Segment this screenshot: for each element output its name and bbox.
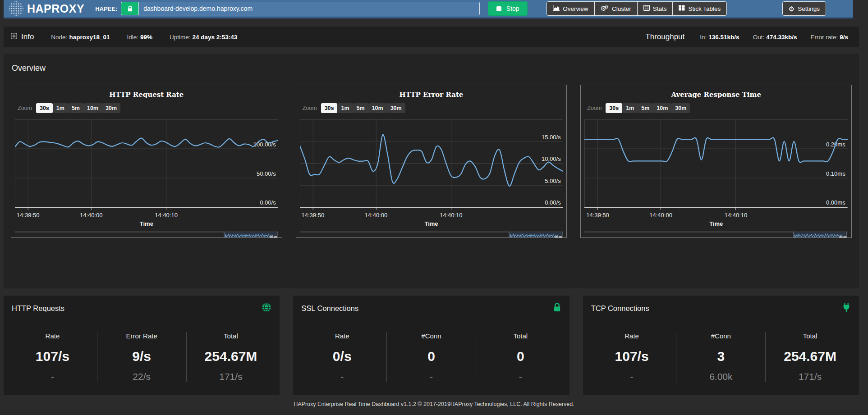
node-info: Node:haproxy18_01 — [51, 34, 110, 41]
metric-label: #Conn — [387, 332, 476, 340]
metric-column: Total0- — [476, 332, 565, 382]
metric-value: 254.67M — [187, 349, 276, 364]
throughput-title: Throughput — [645, 32, 684, 41]
navigator-svg[interactable]: 14:1014:2014:30 — [584, 232, 848, 238]
metric-subvalue: - — [387, 371, 476, 382]
x-axis-tick-label: 14:40:10 — [725, 212, 748, 219]
zoom-option-5m[interactable]: 5m — [638, 103, 653, 113]
zoom-option-10m[interactable]: 10m — [653, 103, 671, 113]
navigator-handle[interactable] — [559, 237, 562, 238]
zoom-option-30m[interactable]: 30m — [387, 103, 405, 113]
card-body: Rate107/s-Error Rate9/s22/sTotal254.67M1… — [4, 321, 280, 395]
zoom-label: Zoom — [587, 105, 602, 111]
view-button-group: Overview ⚙⚙ Cluster Stats Stick Tables — [547, 1, 727, 16]
metric-column: #Conn0- — [386, 332, 476, 382]
stop-button[interactable]: Stop — [488, 1, 528, 16]
metric-subvalue: 22/s — [97, 371, 186, 382]
x-axis-title: Time — [15, 220, 278, 227]
y-axis-label: 15.00/s — [542, 134, 561, 141]
zoom-controls: Zoom 30s1m5m10m30m — [18, 103, 278, 113]
card-title: TCP Connections — [591, 304, 649, 313]
stats-button[interactable]: Stats — [637, 1, 673, 16]
series-line — [15, 138, 278, 147]
y-axis-label: 0.00/s — [260, 199, 276, 206]
zoom-option-1m[interactable]: 1m — [622, 103, 638, 113]
card-header: HTTP Requests — [4, 296, 280, 321]
lock-icon — [121, 2, 138, 15]
metric-label: Rate — [588, 332, 676, 340]
x-axis-ticks: 14:39:5014:40:0014:40:10 — [300, 212, 563, 219]
navigator[interactable]: 14:1014:2014:30 — [584, 232, 848, 238]
navigator-svg[interactable]: 14:1014:2014:30 — [300, 232, 563, 238]
y-axis-label: 50.00/s — [257, 170, 276, 177]
x-axis-tick-label: 14:40:10 — [155, 212, 178, 219]
x-axis-tick-label: 14:40:10 — [440, 212, 463, 219]
zoom-option-30s[interactable]: 30s — [321, 103, 338, 113]
metric-card: HTTP Requests Rate107/s-Error Rate9/s22/… — [4, 296, 280, 395]
navigator-svg[interactable]: 14:1014:2014:30 — [15, 232, 278, 238]
card-title: SSL Connections — [301, 304, 358, 313]
globe-icon — [262, 302, 271, 314]
area-chart-icon — [553, 5, 560, 12]
zoom-option-10m[interactable]: 10m — [368, 103, 387, 113]
zoom-label: Zoom — [18, 105, 32, 111]
card-body: Rate107/s-#Conn36.00kTotal254.67M171/s — [583, 321, 859, 395]
main-chart-svg: 15.00/s10.00/s5.00/s0.00/s — [300, 119, 563, 210]
cluster-button[interactable]: ⚙⚙ Cluster — [594, 1, 638, 16]
y-axis-label: 0.10ms — [826, 170, 845, 177]
chart-title: Average Response Time — [584, 91, 848, 99]
zoom-option-5m[interactable]: 5m — [353, 103, 368, 113]
metric-subvalue: - — [588, 371, 676, 382]
navigator-handle[interactable] — [555, 237, 558, 238]
navigator-handle[interactable] — [843, 237, 847, 238]
metric-label: Rate — [298, 332, 386, 340]
info-expander[interactable]: Info — [11, 32, 34, 41]
navigator-handle[interactable] — [839, 237, 843, 238]
zoom-option-30m[interactable]: 30m — [102, 103, 120, 113]
y-axis-label: 0.00/s — [545, 199, 561, 206]
plus-square-icon — [11, 32, 17, 41]
info-bar: Info Node:haproxy18_01 Idle:99% Uptime:2… — [4, 27, 859, 47]
metric-value: 107/s — [8, 349, 97, 364]
metric-label: Error Rate — [97, 332, 186, 340]
metric-label: #Conn — [676, 332, 765, 340]
hapee-label: HAPEE: — [95, 5, 117, 12]
zoom-option-1m[interactable]: 1m — [337, 103, 353, 113]
metric-column: Rate0/s- — [298, 332, 386, 382]
chart-title: HTTP Error Rate — [300, 91, 563, 99]
url-input[interactable] — [138, 2, 480, 15]
zoom-option-30s[interactable]: 30s — [36, 103, 53, 113]
x-axis-tick-label: 14:39:50 — [17, 212, 40, 219]
zoom-option-10m[interactable]: 10m — [83, 103, 102, 113]
chart-panel: Average Response Time Zoom 30s1m5m10m30m… — [580, 85, 852, 238]
x-axis-title: Time — [584, 220, 848, 227]
idle-info: Idle:99% — [127, 34, 152, 41]
main-chart: 15.00/s10.00/s5.00/s0.00/s — [300, 119, 563, 210]
navigator-handle[interactable] — [270, 237, 273, 238]
chart-title: HTTP Request Rate — [15, 91, 278, 99]
url-group — [121, 2, 480, 15]
x-axis-tick-label: 14:40:00 — [365, 212, 388, 219]
zoom-option-1m[interactable]: 1m — [53, 103, 68, 113]
uptime-info: Uptime:24 days 2:53:43 — [170, 34, 237, 41]
y-axis-label: 0.00ms — [826, 199, 845, 206]
overview-button[interactable]: Overview — [547, 1, 594, 16]
zoom-option-5m[interactable]: 5m — [68, 103, 83, 113]
zoom-options: 30s1m5m10m30m — [36, 103, 120, 113]
metric-value: 0 — [387, 349, 476, 364]
navigator[interactable]: 14:1014:2014:30 — [300, 232, 563, 238]
plug-icon — [842, 302, 851, 314]
settings-button[interactable]: ⚙ Settings — [782, 1, 826, 16]
x-axis-tick-label: 14:40:00 — [80, 212, 103, 219]
navigator[interactable]: 14:1014:2014:30 — [15, 232, 278, 238]
stick-tables-button[interactable]: Stick Tables — [672, 1, 727, 16]
zoom-options: 30s1m5m10m30m — [321, 103, 405, 113]
charts-row: HTTP Request Rate Zoom 30s1m5m10m30m 100… — [11, 85, 852, 238]
x-axis-tick-label: 14:39:50 — [302, 212, 325, 219]
card-header: SSL Connections — [293, 296, 569, 321]
metric-value: 0 — [476, 349, 565, 364]
lock-icon — [553, 302, 561, 314]
navigator-handle[interactable] — [274, 237, 277, 238]
zoom-option-30m[interactable]: 30m — [671, 103, 690, 113]
zoom-option-30s[interactable]: 30s — [606, 103, 622, 113]
